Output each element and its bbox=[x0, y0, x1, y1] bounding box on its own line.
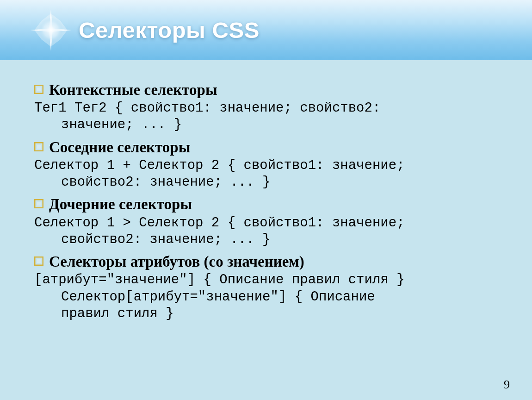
code-line: свойство2: значение; ... } bbox=[34, 231, 498, 248]
page-number: 9 bbox=[504, 378, 510, 392]
bullet-icon bbox=[34, 85, 43, 94]
svg-rect-4 bbox=[37, 88, 41, 91]
heading-text: Дочерние селекторы bbox=[49, 194, 192, 214]
title-bar: Селекторы CSS bbox=[0, 0, 532, 60]
code-block: Селектор 1 > Селектор 2 { свойство1: зна… bbox=[34, 215, 498, 249]
heading-text: Соседние селекторы bbox=[49, 138, 190, 157]
heading-attribute-selectors: Селекторы атрибутов (со значением) bbox=[34, 252, 498, 271]
svg-rect-6 bbox=[37, 145, 41, 149]
code-line: свойство2: значение; ... } bbox=[34, 174, 498, 191]
bullet-icon bbox=[34, 199, 43, 208]
code-block: [атрибут="значение"] { Описание правил с… bbox=[34, 272, 498, 322]
code-block: Селектор 1 + Селектор 2 { свойство1: зна… bbox=[34, 157, 498, 191]
svg-rect-10 bbox=[37, 259, 41, 263]
heading-context-selectors: Контекстные селекторы bbox=[34, 80, 498, 100]
heading-child-selectors: Дочерние селекторы bbox=[34, 194, 498, 214]
heading-text: Контекстные селекторы bbox=[49, 80, 217, 100]
slide: Селекторы CSS Контекстные селекторы Тег1… bbox=[0, 0, 532, 400]
bullet-icon bbox=[34, 256, 43, 266]
svg-point-2 bbox=[38, 18, 63, 43]
code-line: Селектор 1 > Селектор 2 { свойство1: зна… bbox=[34, 215, 498, 231]
bullet-icon bbox=[34, 142, 43, 151]
heading-text: Селекторы атрибутов (со значением) bbox=[49, 252, 304, 271]
code-block: Тег1 Тег2 { свойство1: значение; свойств… bbox=[34, 100, 498, 134]
heading-adjacent-selectors: Соседние селекторы bbox=[34, 138, 498, 157]
slide-title: Селекторы CSS bbox=[79, 17, 260, 43]
code-line: Тег1 Тег2 { свойство1: значение; свойств… bbox=[34, 100, 498, 117]
code-line: правил стиля } bbox=[34, 306, 498, 322]
sparkle-icon bbox=[30, 9, 72, 51]
code-line: Селектор[атрибут="значение"] { Описание bbox=[34, 289, 498, 306]
slide-body: Контекстные селекторы Тег1 Тег2 { свойст… bbox=[34, 76, 498, 372]
code-line: значение; ... } bbox=[34, 117, 498, 133]
code-line: Селектор 1 + Селектор 2 { свойство1: зна… bbox=[34, 157, 498, 174]
svg-rect-8 bbox=[37, 202, 41, 206]
code-line: [атрибут="значение"] { Описание правил с… bbox=[34, 272, 498, 288]
